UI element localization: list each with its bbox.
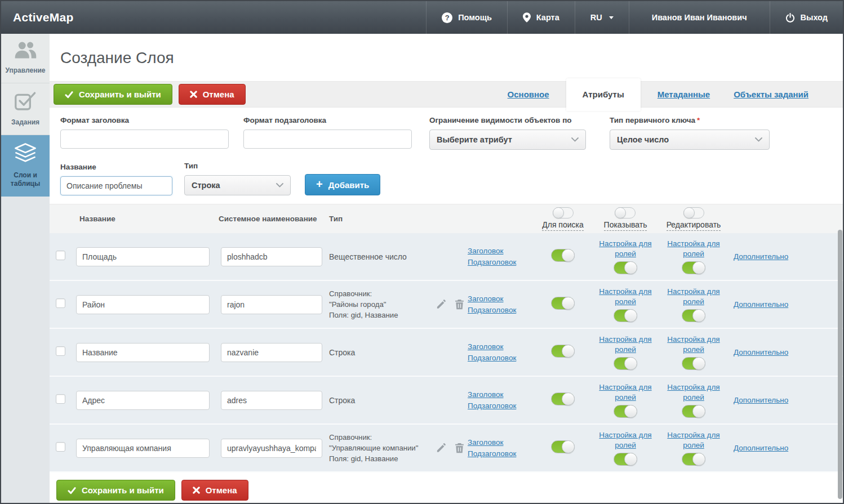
attr-sysname-input[interactable] <box>221 295 322 314</box>
edit-roles-link[interactable]: Настройка для ролей <box>665 287 722 306</box>
attr-type: Строка <box>329 396 468 405</box>
edit-toggle[interactable] <box>682 309 705 322</box>
add-attribute-button-label: Добавить <box>328 180 370 190</box>
title-link[interactable]: Заголовок <box>468 438 534 447</box>
attr-name-input[interactable] <box>76 391 210 410</box>
search-all-toggle[interactable] <box>553 207 574 218</box>
delete-dictionary-icon[interactable] <box>455 443 464 453</box>
title-format-input[interactable] <box>60 130 229 149</box>
table-row: Справочник: "Районы города" Поля: gid, Н… <box>50 281 843 329</box>
edit-roles-link[interactable]: Настройка для ролей <box>665 430 722 450</box>
new-attr-name-input[interactable] <box>60 176 172 195</box>
search-toggle[interactable] <box>551 345 575 358</box>
title-link[interactable]: Заголовок <box>468 390 534 399</box>
menu-language-label: RU <box>590 13 602 22</box>
footer-actions: Сохранить и выйти Отмена <box>50 472 843 501</box>
sidebar-item-layers[interactable]: Слои и таблицы <box>1 135 50 197</box>
more-link[interactable]: Дополнительно <box>734 300 788 309</box>
row-checkbox[interactable] <box>56 298 65 308</box>
more-link[interactable]: Дополнительно <box>734 396 788 404</box>
show-roles-link[interactable]: Настройка для ролей <box>597 382 654 402</box>
show-roles-link[interactable]: Настройка для ролей <box>597 287 654 306</box>
subtitle-format-input[interactable] <box>243 130 412 149</box>
edit-toggle[interactable] <box>682 405 705 418</box>
main-content: Создание Слоя Сохранить и выйти Отмена <box>50 34 843 503</box>
cancel-button[interactable]: Отмена <box>179 84 246 105</box>
edit-all-toggle[interactable] <box>683 207 704 218</box>
edit-roles-link[interactable]: Настройка для ролей <box>665 239 722 258</box>
subtitle-link[interactable]: Подзаголовок <box>468 449 534 458</box>
app-window: ActiveMap ? Помощь Карта RU Иванов Иван … <box>0 0 844 504</box>
show-toggle[interactable] <box>614 357 637 370</box>
show-toggle[interactable] <box>614 261 637 274</box>
header-spacer <box>87 1 426 34</box>
show-toggle[interactable] <box>614 405 637 418</box>
attr-name-input[interactable] <box>76 247 210 266</box>
show-roles-link[interactable]: Настройка для ролей <box>597 430 654 450</box>
row-checkbox[interactable] <box>56 251 65 260</box>
title-link[interactable]: Заголовок <box>468 295 534 303</box>
show-toggle[interactable] <box>614 309 637 322</box>
search-toggle[interactable] <box>551 440 575 453</box>
title-link[interactable]: Заголовок <box>468 342 534 351</box>
attr-sysname-input[interactable] <box>221 343 322 362</box>
sidebar-item-tasks[interactable]: Задания <box>1 83 50 135</box>
subtitle-link[interactable]: Подзаголовок <box>468 306 534 314</box>
save-button[interactable]: Сохранить и выйти <box>54 84 172 105</box>
search-toggle[interactable] <box>551 297 575 310</box>
edit-toggle[interactable] <box>682 453 705 466</box>
primary-key-select[interactable]: Целое число <box>610 130 770 150</box>
save-button-bottom[interactable]: Сохранить и выйти <box>56 480 175 501</box>
vertical-scrollbar[interactable] <box>838 230 842 499</box>
menu-logout[interactable]: Выход <box>770 1 843 34</box>
sidebar-item-label: Управление <box>6 66 46 75</box>
subtitle-link[interactable]: Подзаголовок <box>468 258 534 266</box>
edit-toggle[interactable] <box>682 357 705 370</box>
more-link[interactable]: Дополнительно <box>734 252 788 261</box>
tab-metadata[interactable]: Метаданные <box>658 90 710 99</box>
show-toggle[interactable] <box>614 453 637 466</box>
show-roles-link[interactable]: Настройка для ролей <box>597 239 654 258</box>
show-all-label[interactable]: Показывать <box>604 220 647 231</box>
search-toggle[interactable] <box>551 249 575 262</box>
tab-main[interactable]: Основное <box>508 90 549 99</box>
edit-roles-link[interactable]: Настройка для ролей <box>665 382 722 402</box>
edit-roles-link[interactable]: Настройка для ролей <box>665 334 722 354</box>
more-link[interactable]: Дополнительно <box>734 444 788 452</box>
new-attr-type-select[interactable]: Строка <box>184 175 291 195</box>
edit-all-label[interactable]: Редактировать <box>667 220 721 231</box>
subtitle-link[interactable]: Подзаголовок <box>468 402 534 410</box>
attr-sysname-input[interactable] <box>221 247 322 266</box>
search-toggle[interactable] <box>551 393 575 405</box>
search-all-label[interactable]: Для поиска <box>542 220 584 231</box>
tab-attributes[interactable]: Атрибуты <box>566 78 641 111</box>
row-checkbox[interactable] <box>56 346 65 356</box>
delete-dictionary-icon[interactable] <box>455 299 464 310</box>
title-link[interactable]: Заголовок <box>468 247 534 255</box>
edit-dictionary-icon[interactable] <box>436 299 446 310</box>
attr-name-input[interactable] <box>76 295 210 314</box>
cancel-button-bottom[interactable]: Отмена <box>181 480 248 501</box>
row-checkbox[interactable] <box>56 442 65 452</box>
attr-name-input[interactable] <box>76 343 210 362</box>
tab-task-objects[interactable]: Объекты заданий <box>734 90 809 99</box>
chevron-down-icon <box>755 137 762 142</box>
row-checkbox[interactable] <box>56 394 65 404</box>
edit-toggle[interactable] <box>682 261 705 274</box>
menu-help[interactable]: ? Помощь <box>426 1 507 34</box>
visibility-select[interactable]: Выберите атрибут <box>429 130 586 150</box>
attr-sysname-input[interactable] <box>221 391 322 410</box>
menu-help-label: Помощь <box>458 13 492 22</box>
attr-name-input[interactable] <box>76 439 210 458</box>
menu-map[interactable]: Карта <box>507 1 575 34</box>
menu-user[interactable]: Иванов Иван Иванович <box>629 1 770 34</box>
attr-sysname-input[interactable] <box>221 439 322 458</box>
more-link[interactable]: Дополнительно <box>734 348 788 356</box>
menu-language[interactable]: RU <box>575 1 629 34</box>
show-all-toggle[interactable] <box>615 207 636 218</box>
show-roles-link[interactable]: Настройка для ролей <box>597 334 654 354</box>
add-attribute-button[interactable]: + Добавить <box>305 174 380 195</box>
edit-dictionary-icon[interactable] <box>436 443 446 453</box>
sidebar-item-management[interactable]: Управление <box>1 34 50 83</box>
subtitle-link[interactable]: Подзаголовок <box>468 354 534 362</box>
